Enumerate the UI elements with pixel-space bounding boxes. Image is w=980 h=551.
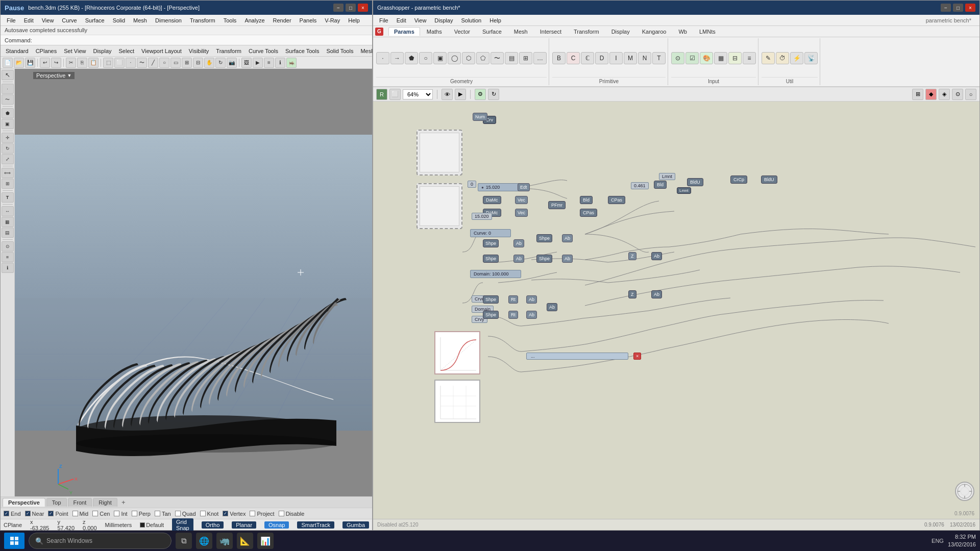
osnap-mode[interactable]: Osnap — [264, 521, 289, 529]
pan-icon[interactable]: ✋ — [204, 58, 214, 68]
viewport-tab-right[interactable]: Right — [93, 498, 117, 507]
gh-red-btn[interactable]: ◆ — [925, 89, 937, 100]
menu-transform[interactable]: Transform — [186, 16, 219, 24]
gh-right-tool-4[interactable]: ⊙ — [952, 89, 963, 100]
gh-node-z-r[interactable]: Z — [628, 290, 636, 298]
gh-node-shpe2[interactable]: Shpe — [483, 255, 499, 263]
icon-mesh-g[interactable]: ⬡ — [462, 52, 475, 64]
menu-curve[interactable]: Curve — [58, 16, 81, 24]
gh-zoom-select[interactable]: 64% 100% 50% — [403, 89, 433, 99]
viewport-tab-front[interactable]: Front — [68, 498, 92, 507]
gh-tab-display[interactable]: Display — [606, 27, 635, 36]
gh-node-rt1[interactable]: Rt — [508, 295, 518, 304]
snap-mid-checkbox[interactable] — [72, 511, 78, 516]
icon-sketch[interactable]: ✎ — [762, 52, 775, 64]
gh-panel-1[interactable] — [416, 130, 462, 176]
rotate-tool[interactable]: ↻ — [2, 143, 14, 154]
ortho-mode[interactable]: Ortho — [202, 521, 224, 529]
gh-num-input-1[interactable]: 0 — [468, 181, 476, 188]
surface-tool[interactable]: ⬟ — [2, 108, 14, 118]
maximize-button[interactable]: □ — [346, 4, 356, 12]
toolbar-solid[interactable]: Solid Tools — [323, 47, 356, 55]
gh-tab-vector[interactable]: Vector — [449, 27, 476, 36]
viewport-tab-top[interactable]: Top — [46, 498, 67, 507]
snap-vertex-checkbox[interactable] — [223, 511, 228, 516]
icon-sphere[interactable]: ◯ — [448, 52, 461, 64]
snap-project[interactable]: Project — [250, 511, 274, 517]
point-tool[interactable]: · — [2, 84, 14, 94]
gh-num-input-2[interactable]: 15.020 — [472, 213, 492, 220]
icon-text[interactable]: T — [652, 52, 666, 64]
snap-int-checkbox[interactable] — [114, 511, 119, 516]
icon-timer[interactable]: ⏱ — [776, 52, 789, 64]
gh-menu-file[interactable]: File — [375, 16, 393, 24]
gh-node-rt2[interactable]: Rt — [508, 311, 518, 319]
gh-open-rhino-btn[interactable]: R — [376, 89, 387, 100]
gh-num-slider-1[interactable]: 0.461 — [631, 182, 649, 189]
point-icon[interactable]: · — [126, 58, 136, 68]
gh-node-vec1[interactable]: Vec — [515, 196, 528, 204]
rotate-view-icon[interactable]: ↻ — [215, 58, 226, 68]
text-tool[interactable]: T — [2, 192, 14, 203]
new-file-icon[interactable]: 📄 — [3, 58, 13, 68]
icon-remote[interactable]: 📡 — [804, 52, 818, 64]
viewport-tab-perspective[interactable]: Perspective — [3, 498, 45, 507]
gh-node-shpe4[interactable]: Shpe — [536, 255, 552, 263]
snap-end-checkbox[interactable] — [4, 511, 9, 516]
gh-tab-lmnts[interactable]: LMNts — [694, 27, 721, 36]
block-tool[interactable]: ▤ — [2, 228, 14, 238]
command-input[interactable] — [35, 37, 368, 43]
curve-draw-icon[interactable]: 〜 — [137, 58, 147, 68]
deselect-icon[interactable]: ⬜ — [114, 58, 125, 68]
gh-node-ab3[interactable]: Ab — [562, 234, 573, 242]
taskbar-search-bar[interactable]: 🔍 Search Windows — [29, 533, 172, 549]
array-tool[interactable]: ⊞ — [2, 179, 14, 189]
icon-complex[interactable]: ℂ — [581, 52, 594, 64]
gh-node-far-1[interactable]: CrCp — [730, 176, 747, 184]
gh-graph-2[interactable] — [434, 380, 480, 423]
toolbar-mesh[interactable]: Mesh Tools — [357, 47, 372, 55]
gh-tab-wb[interactable]: Wb — [673, 27, 693, 36]
icon-surface-g[interactable]: ⬠ — [476, 52, 489, 64]
icon-color-swatch[interactable]: 🎨 — [700, 52, 713, 64]
start-button[interactable] — [4, 533, 24, 549]
gh-node-shpe1[interactable]: Shpe — [483, 239, 499, 247]
render-icon[interactable]: 🖼 — [241, 58, 252, 68]
gh-right-tool-1[interactable]: ⊞ — [912, 89, 923, 100]
gh-node-ab-m2[interactable]: Ab — [526, 311, 537, 319]
circle-icon[interactable]: ○ — [159, 58, 169, 68]
gh-menu-edit[interactable]: Edit — [393, 16, 410, 24]
menu-vray[interactable]: V-Ray — [321, 16, 344, 24]
menu-analyze[interactable]: Analyze — [240, 16, 268, 24]
dimension-tool[interactable]: ↔ — [2, 206, 14, 216]
gh-expire-btn[interactable]: ↻ — [488, 89, 499, 100]
snap-mid[interactable]: Mid — [72, 511, 89, 517]
gh-menu-solution[interactable]: Solution — [457, 16, 485, 24]
viewport-label[interactable]: Perspective ▼ — [33, 72, 75, 79]
gh-tab-kangaroo[interactable]: Kangaroo — [636, 27, 672, 36]
icon-bool[interactable]: B — [552, 52, 566, 64]
taskbar-app3-icon[interactable]: 📐 — [237, 533, 253, 549]
menu-surface[interactable]: Surface — [81, 16, 109, 24]
icon-field[interactable]: ⊞ — [519, 52, 532, 64]
gh-node-pfmr[interactable]: PFmr — [548, 201, 566, 209]
minimize-button[interactable]: − — [333, 4, 344, 12]
gh-right-tool-3[interactable]: ◈ — [939, 89, 950, 100]
move-tool[interactable]: ✛ — [2, 133, 14, 143]
gh-graph-1[interactable] — [434, 331, 480, 374]
snap-quad[interactable]: Quad — [175, 511, 196, 517]
snap-perp[interactable]: Perp — [132, 511, 151, 517]
line-icon[interactable]: ╱ — [148, 58, 158, 68]
icon-circle-r[interactable]: ○ — [419, 52, 432, 64]
icon-domain[interactable]: D — [595, 52, 608, 64]
menu-file[interactable]: File — [3, 16, 20, 24]
gh-slider-domain[interactable]: Domain: 100.000 — [470, 270, 521, 278]
toolbar-cplanes[interactable]: CPlanes — [33, 47, 60, 55]
layer-icon[interactable]: ≡ — [264, 58, 274, 68]
select-tool[interactable]: ↖ — [2, 70, 14, 80]
open-file-icon[interactable]: 📂 — [14, 58, 24, 68]
paste-icon[interactable]: 📋 — [88, 58, 99, 68]
icon-color[interactable]: C — [567, 52, 580, 64]
gh-slider-curve[interactable]: Curve: 0 — [470, 229, 511, 237]
gh-node-ab-m3[interactable]: Ab — [547, 303, 557, 311]
